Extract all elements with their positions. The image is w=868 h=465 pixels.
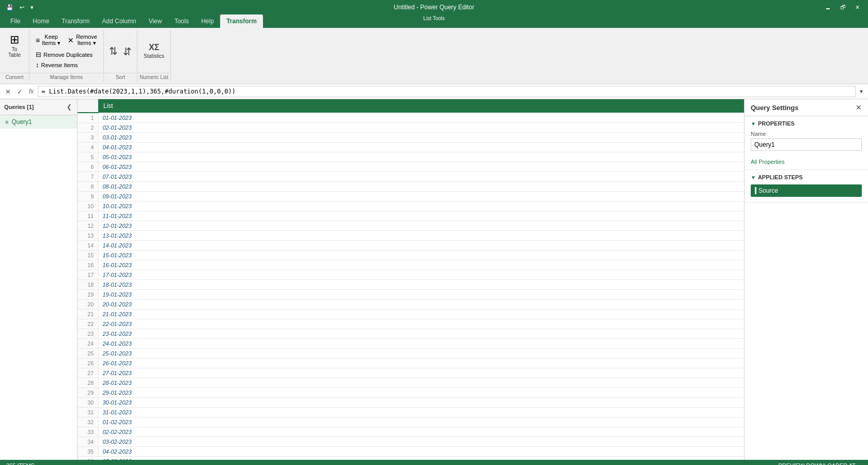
table-row[interactable]: 3403-02-2023 [78,437,744,447]
table-row[interactable]: 2424-01-2023 [78,339,744,349]
table-row[interactable]: 606-01-2023 [78,162,744,172]
minimize-button[interactable]: 🗕 [821,3,835,12]
table-row[interactable]: 1818-01-2023 [78,280,744,290]
table-row[interactable]: 3302-02-2023 [78,427,744,437]
table-row[interactable]: 3605-02-2023 [78,457,744,460]
table-row[interactable]: 2020-01-2023 [78,300,744,309]
table-row[interactable]: 404-01-2023 [78,143,744,152]
sort-desc-button[interactable]: ⇅ [121,42,134,60]
query-item-label: Query1 [11,118,32,126]
tab-file[interactable]: File [4,14,26,28]
formula-dropdown-button[interactable]: ▾ [858,87,865,96]
table-row[interactable]: 3201-02-2023 [78,417,744,427]
table-row[interactable]: 2929-01-2023 [78,388,744,398]
applied-steps-header[interactable]: ▼ APPLIED STEPS [751,174,862,180]
table-row[interactable]: 2828-01-2023 [78,378,744,388]
table-row[interactable]: 2626-01-2023 [78,359,744,368]
status-bar: 365 ITEMS PREVIEW DOWNLOADED AT ... [0,460,868,465]
row-value: 05-01-2023 [98,152,744,162]
table-row[interactable]: 101-01-2023 [78,113,744,123]
table-row[interactable]: 1919-01-2023 [78,290,744,300]
properties-section-header[interactable]: ▼ PROPERTIES [751,120,862,127]
tab-home[interactable]: Home [26,14,55,28]
table-row[interactable]: 808-01-2023 [78,182,744,192]
ribbon-group-numeric-list: XΣ Statistics Numeric List [137,30,171,82]
query-settings-close-button[interactable]: ✕ [856,103,862,112]
table-row[interactable]: 1111-01-2023 [78,211,744,221]
remove-items-button[interactable]: ✕ RemoveItems ▾ [65,32,100,48]
table-row[interactable]: 1515-01-2023 [78,251,744,260]
reverse-icon: ↕ [36,61,39,69]
row-number: 31 [78,408,98,417]
row-value: 23-01-2023 [98,329,744,339]
data-table: List 101-01-2023202-01-2023303-01-202340… [78,99,744,460]
table-row[interactable]: 2525-01-2023 [78,349,744,359]
table-row[interactable]: 3131-01-2023 [78,408,744,417]
row-value: 06-01-2023 [98,162,744,172]
formula-input[interactable] [38,86,856,97]
row-value: 11-01-2023 [98,211,744,221]
sort-asc-button[interactable]: ⇅ [107,42,120,60]
step-indicator [755,187,756,194]
row-value: 02-01-2023 [98,123,744,133]
to-table-button[interactable]: ⊞ ToTable [3,32,26,60]
applied-steps-label: APPLIED STEPS [758,174,803,180]
properties-section: ▼ PROPERTIES Name All Properties [745,116,868,170]
data-grid[interactable]: List 101-01-2023202-01-2023303-01-202340… [78,99,744,460]
remove-items-icon: ✕ [68,36,74,44]
reverse-label: Reverse Items [41,62,78,68]
query-item-query1[interactable]: ≡ Query1 [0,115,77,129]
table-row[interactable]: 2121-01-2023 [78,309,744,319]
applied-step-source[interactable]: Source [751,184,862,197]
tab-transform-1[interactable]: Transform [55,14,96,28]
table-row[interactable]: 303-01-2023 [78,133,744,143]
dropdown-qa-button[interactable]: ▾ [28,3,36,12]
close-button[interactable]: ✕ [851,3,864,12]
tab-view[interactable]: View [143,14,168,28]
row-number: 33 [78,427,98,437]
query-name-input[interactable] [751,138,862,151]
table-row[interactable]: 1717-01-2023 [78,270,744,280]
table-row[interactable]: 707-01-2023 [78,172,744,182]
table-row[interactable]: 1616-01-2023 [78,260,744,270]
title-bar: 💾 ↩ ▾ Untitled - Power Query Editor 🗕 🗗 … [0,0,868,14]
formula-cancel-button[interactable]: ✕ [3,87,13,97]
remove-duplicates-button[interactable]: ⊟ Remove Duplicates [33,50,96,59]
table-row[interactable]: 2222-01-2023 [78,319,744,329]
fx-label: fx [27,88,36,95]
data-area: List 101-01-2023202-01-2023303-01-202340… [78,99,744,460]
table-row[interactable]: 1010-01-2023 [78,202,744,211]
table-row[interactable]: 1313-01-2023 [78,231,744,241]
query-settings-title: Query Settings [751,104,798,112]
save-button[interactable]: 💾 [4,3,16,12]
tab-tools[interactable]: Tools [168,14,195,28]
row-value: 30-01-2023 [98,398,744,408]
collapse-panel-button[interactable]: ❮ [66,102,73,112]
table-row[interactable]: 1414-01-2023 [78,241,744,251]
keep-items-button[interactable]: ≡ KeepItems ▾ [33,32,64,48]
table-row[interactable]: 909-01-2023 [78,192,744,202]
tab-add-column[interactable]: Add Column [96,14,143,28]
table-row[interactable]: 2323-01-2023 [78,329,744,339]
query-settings-header: Query Settings ✕ [745,99,868,116]
applied-steps-section: ▼ APPLIED STEPS Source [745,170,868,203]
all-properties-link[interactable]: All Properties [751,159,784,165]
restore-button[interactable]: 🗗 [836,3,850,12]
table-row[interactable]: 1212-01-2023 [78,221,744,231]
table-row[interactable]: 505-01-2023 [78,152,744,162]
table-row[interactable]: 3504-02-2023 [78,447,744,457]
table-row[interactable]: 2727-01-2023 [78,368,744,378]
tab-transform-active[interactable]: Transform [220,14,263,28]
undo-button[interactable]: ↩ [18,3,26,12]
row-value: 25-01-2023 [98,349,744,359]
reverse-items-button[interactable]: ↕ Reverse Items [33,60,81,70]
row-value: 04-01-2023 [98,143,744,152]
queries-panel-header: Queries [1] ❮ [0,99,77,115]
table-row[interactable]: 3030-01-2023 [78,398,744,408]
row-number: 1 [78,113,98,123]
status-right: PREVIEW DOWNLOADED AT ... [778,462,862,465]
tab-help[interactable]: Help [195,14,220,28]
table-row[interactable]: 202-01-2023 [78,123,744,133]
statistics-button[interactable]: XΣ Statistics [141,41,167,61]
formula-confirm-button[interactable]: ✓ [15,87,25,97]
